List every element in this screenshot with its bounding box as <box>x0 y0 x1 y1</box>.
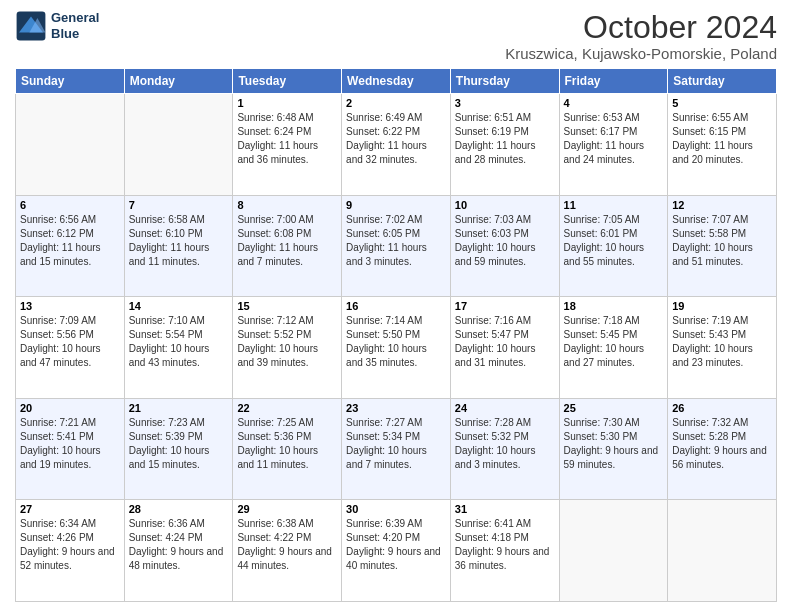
day-number: 9 <box>346 199 446 211</box>
calendar-cell: 25Sunrise: 7:30 AM Sunset: 5:30 PM Dayli… <box>559 398 668 500</box>
calendar-cell <box>16 94 125 196</box>
day-info: Sunrise: 6:38 AM Sunset: 4:22 PM Dayligh… <box>237 517 337 573</box>
calendar-cell: 26Sunrise: 7:32 AM Sunset: 5:28 PM Dayli… <box>668 398 777 500</box>
day-number: 26 <box>672 402 772 414</box>
day-info: Sunrise: 6:39 AM Sunset: 4:20 PM Dayligh… <box>346 517 446 573</box>
day-number: 16 <box>346 300 446 312</box>
calendar-cell: 15Sunrise: 7:12 AM Sunset: 5:52 PM Dayli… <box>233 297 342 399</box>
calendar-cell <box>124 94 233 196</box>
day-number: 14 <box>129 300 229 312</box>
day-info: Sunrise: 7:03 AM Sunset: 6:03 PM Dayligh… <box>455 213 555 269</box>
col-header-wednesday: Wednesday <box>342 69 451 94</box>
day-number: 7 <box>129 199 229 211</box>
calendar-cell: 6Sunrise: 6:56 AM Sunset: 6:12 PM Daylig… <box>16 195 125 297</box>
col-header-thursday: Thursday <box>450 69 559 94</box>
calendar-cell: 2Sunrise: 6:49 AM Sunset: 6:22 PM Daylig… <box>342 94 451 196</box>
day-info: Sunrise: 6:41 AM Sunset: 4:18 PM Dayligh… <box>455 517 555 573</box>
day-number: 30 <box>346 503 446 515</box>
calendar-cell: 16Sunrise: 7:14 AM Sunset: 5:50 PM Dayli… <box>342 297 451 399</box>
calendar-cell: 9Sunrise: 7:02 AM Sunset: 6:05 PM Daylig… <box>342 195 451 297</box>
day-info: Sunrise: 7:28 AM Sunset: 5:32 PM Dayligh… <box>455 416 555 472</box>
day-number: 10 <box>455 199 555 211</box>
day-info: Sunrise: 7:16 AM Sunset: 5:47 PM Dayligh… <box>455 314 555 370</box>
calendar-week-3: 13Sunrise: 7:09 AM Sunset: 5:56 PM Dayli… <box>16 297 777 399</box>
day-info: Sunrise: 7:19 AM Sunset: 5:43 PM Dayligh… <box>672 314 772 370</box>
day-number: 21 <box>129 402 229 414</box>
day-number: 27 <box>20 503 120 515</box>
calendar-cell: 29Sunrise: 6:38 AM Sunset: 4:22 PM Dayli… <box>233 500 342 602</box>
logo-line1: General <box>51 10 99 26</box>
day-number: 5 <box>672 97 772 109</box>
day-number: 22 <box>237 402 337 414</box>
calendar-cell: 19Sunrise: 7:19 AM Sunset: 5:43 PM Dayli… <box>668 297 777 399</box>
calendar-cell <box>559 500 668 602</box>
page: General Blue October 2024 Kruszwica, Kuj… <box>0 0 792 612</box>
day-number: 1 <box>237 97 337 109</box>
calendar-cell: 14Sunrise: 7:10 AM Sunset: 5:54 PM Dayli… <box>124 297 233 399</box>
day-info: Sunrise: 6:48 AM Sunset: 6:24 PM Dayligh… <box>237 111 337 167</box>
calendar-cell: 1Sunrise: 6:48 AM Sunset: 6:24 PM Daylig… <box>233 94 342 196</box>
calendar-table: SundayMondayTuesdayWednesdayThursdayFrid… <box>15 68 777 602</box>
day-number: 28 <box>129 503 229 515</box>
day-info: Sunrise: 7:27 AM Sunset: 5:34 PM Dayligh… <box>346 416 446 472</box>
calendar-cell: 12Sunrise: 7:07 AM Sunset: 5:58 PM Dayli… <box>668 195 777 297</box>
day-number: 11 <box>564 199 664 211</box>
day-number: 31 <box>455 503 555 515</box>
calendar-cell: 22Sunrise: 7:25 AM Sunset: 5:36 PM Dayli… <box>233 398 342 500</box>
calendar-cell: 17Sunrise: 7:16 AM Sunset: 5:47 PM Dayli… <box>450 297 559 399</box>
calendar-cell: 28Sunrise: 6:36 AM Sunset: 4:24 PM Dayli… <box>124 500 233 602</box>
col-header-friday: Friday <box>559 69 668 94</box>
title-block: October 2024 Kruszwica, Kujawsko-Pomorsk… <box>505 10 777 62</box>
day-info: Sunrise: 7:25 AM Sunset: 5:36 PM Dayligh… <box>237 416 337 472</box>
calendar-cell: 20Sunrise: 7:21 AM Sunset: 5:41 PM Dayli… <box>16 398 125 500</box>
col-header-saturday: Saturday <box>668 69 777 94</box>
calendar-week-2: 6Sunrise: 6:56 AM Sunset: 6:12 PM Daylig… <box>16 195 777 297</box>
calendar-cell: 31Sunrise: 6:41 AM Sunset: 4:18 PM Dayli… <box>450 500 559 602</box>
day-number: 13 <box>20 300 120 312</box>
day-info: Sunrise: 7:21 AM Sunset: 5:41 PM Dayligh… <box>20 416 120 472</box>
day-info: Sunrise: 7:32 AM Sunset: 5:28 PM Dayligh… <box>672 416 772 472</box>
day-info: Sunrise: 7:00 AM Sunset: 6:08 PM Dayligh… <box>237 213 337 269</box>
day-info: Sunrise: 6:51 AM Sunset: 6:19 PM Dayligh… <box>455 111 555 167</box>
calendar-cell: 3Sunrise: 6:51 AM Sunset: 6:19 PM Daylig… <box>450 94 559 196</box>
day-info: Sunrise: 6:56 AM Sunset: 6:12 PM Dayligh… <box>20 213 120 269</box>
day-info: Sunrise: 7:18 AM Sunset: 5:45 PM Dayligh… <box>564 314 664 370</box>
calendar-week-1: 1Sunrise: 6:48 AM Sunset: 6:24 PM Daylig… <box>16 94 777 196</box>
calendar-cell: 11Sunrise: 7:05 AM Sunset: 6:01 PM Dayli… <box>559 195 668 297</box>
calendar-cell: 30Sunrise: 6:39 AM Sunset: 4:20 PM Dayli… <box>342 500 451 602</box>
day-info: Sunrise: 7:05 AM Sunset: 6:01 PM Dayligh… <box>564 213 664 269</box>
calendar-cell: 27Sunrise: 6:34 AM Sunset: 4:26 PM Dayli… <box>16 500 125 602</box>
col-header-monday: Monday <box>124 69 233 94</box>
day-info: Sunrise: 6:58 AM Sunset: 6:10 PM Dayligh… <box>129 213 229 269</box>
header: General Blue October 2024 Kruszwica, Kuj… <box>15 10 777 62</box>
calendar-week-5: 27Sunrise: 6:34 AM Sunset: 4:26 PM Dayli… <box>16 500 777 602</box>
day-info: Sunrise: 6:34 AM Sunset: 4:26 PM Dayligh… <box>20 517 120 573</box>
day-info: Sunrise: 7:09 AM Sunset: 5:56 PM Dayligh… <box>20 314 120 370</box>
day-info: Sunrise: 6:55 AM Sunset: 6:15 PM Dayligh… <box>672 111 772 167</box>
day-info: Sunrise: 6:36 AM Sunset: 4:24 PM Dayligh… <box>129 517 229 573</box>
day-info: Sunrise: 7:30 AM Sunset: 5:30 PM Dayligh… <box>564 416 664 472</box>
day-info: Sunrise: 7:12 AM Sunset: 5:52 PM Dayligh… <box>237 314 337 370</box>
day-number: 2 <box>346 97 446 109</box>
day-info: Sunrise: 6:49 AM Sunset: 6:22 PM Dayligh… <box>346 111 446 167</box>
day-number: 8 <box>237 199 337 211</box>
day-info: Sunrise: 7:10 AM Sunset: 5:54 PM Dayligh… <box>129 314 229 370</box>
calendar-cell: 18Sunrise: 7:18 AM Sunset: 5:45 PM Dayli… <box>559 297 668 399</box>
col-header-sunday: Sunday <box>16 69 125 94</box>
day-number: 19 <box>672 300 772 312</box>
calendar-header-row: SundayMondayTuesdayWednesdayThursdayFrid… <box>16 69 777 94</box>
calendar-cell: 8Sunrise: 7:00 AM Sunset: 6:08 PM Daylig… <box>233 195 342 297</box>
calendar-cell: 23Sunrise: 7:27 AM Sunset: 5:34 PM Dayli… <box>342 398 451 500</box>
day-info: Sunrise: 7:07 AM Sunset: 5:58 PM Dayligh… <box>672 213 772 269</box>
subtitle: Kruszwica, Kujawsko-Pomorskie, Poland <box>505 45 777 62</box>
day-info: Sunrise: 7:23 AM Sunset: 5:39 PM Dayligh… <box>129 416 229 472</box>
calendar-cell <box>668 500 777 602</box>
day-number: 15 <box>237 300 337 312</box>
day-number: 3 <box>455 97 555 109</box>
calendar-cell: 13Sunrise: 7:09 AM Sunset: 5:56 PM Dayli… <box>16 297 125 399</box>
day-number: 4 <box>564 97 664 109</box>
day-number: 25 <box>564 402 664 414</box>
day-number: 17 <box>455 300 555 312</box>
day-number: 24 <box>455 402 555 414</box>
calendar-cell: 4Sunrise: 6:53 AM Sunset: 6:17 PM Daylig… <box>559 94 668 196</box>
